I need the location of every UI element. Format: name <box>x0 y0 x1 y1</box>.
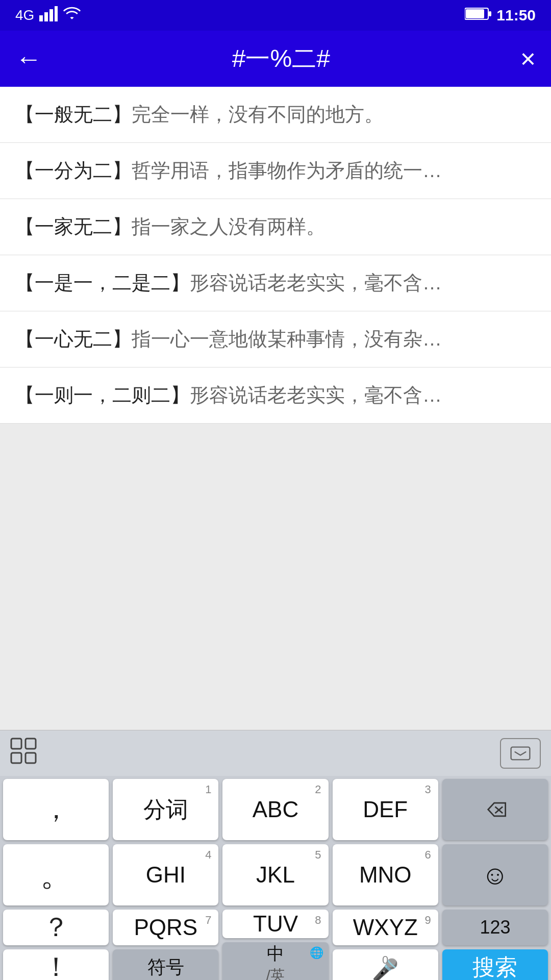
back-button[interactable]: ← <box>15 43 42 74</box>
idiom-key-4: 【一心无二】 <box>15 328 132 350</box>
key-zero-mic[interactable]: 0 🎤 <box>333 949 438 980</box>
key-comma[interactable]: ， <box>3 779 109 840</box>
signal-icon: 4G <box>15 7 34 23</box>
battery-icon <box>465 7 491 24</box>
result-item-1[interactable]: 【一分为二】哲学用语，指事物作为矛盾的统一… <box>0 143 551 199</box>
result-item-0[interactable]: 【一般无二】完全一样，没有不同的地方。 <box>0 87 551 143</box>
idiom-desc-1: 哲学用语，指事物作为矛盾的统一… <box>132 160 442 181</box>
key-fuhao[interactable]: 符号 <box>113 949 218 980</box>
svg-marker-12 <box>488 803 506 816</box>
key-exclaim[interactable]: ！ <box>3 949 109 980</box>
svg-rect-6 <box>489 11 491 16</box>
key-wxyz[interactable]: 9 WXYZ <box>333 910 438 945</box>
status-bar: 4G 11:50 <box>0 0 551 31</box>
result-item-4[interactable]: 【一心无二】指一心一意地做某种事情，没有杂… <box>0 311 551 368</box>
time-display: 11:50 <box>496 7 536 24</box>
grid-icon[interactable] <box>10 738 37 769</box>
svg-rect-10 <box>26 753 36 763</box>
key-pqrs[interactable]: 7 PQRS <box>113 910 218 945</box>
key-zhongying[interactable]: 🌐 中/英 <box>222 942 328 980</box>
key-def[interactable]: 3 DEF <box>333 779 438 840</box>
key-emoji[interactable]: ☺ <box>442 844 548 905</box>
result-item-2[interactable]: 【一家无二】指一家之人没有两样。 <box>0 199 551 255</box>
result-item-5[interactable]: 【一则一，二则二】形容说话老老实实，毫不含… <box>0 368 551 424</box>
header: ← #一%二# × <box>0 31 551 87</box>
key-search-blue[interactable]: 搜索 <box>442 949 548 980</box>
keyboard-toolbar <box>0 730 551 776</box>
svg-rect-0 <box>39 15 43 21</box>
svg-rect-5 <box>466 9 484 18</box>
idiom-key-0: 【一般无二】 <box>15 104 132 125</box>
idiom-key-2: 【一家无二】 <box>15 216 132 237</box>
status-right: 11:50 <box>465 7 536 24</box>
svg-rect-9 <box>11 753 21 763</box>
keyboard-row-1: ， 1 分词 2 ABC 3 DEF <box>3 779 548 840</box>
network-bars-icon <box>39 6 58 25</box>
results-list: 【一般无二】完全一样，没有不同的地方。【一分为二】哲学用语，指事物作为矛盾的统一… <box>0 87 551 424</box>
keyboard-row-2: 。 4 GHI 5 JKL 6 MNO ☺ <box>3 844 548 905</box>
result-item-3[interactable]: 【一是一，二是二】形容说话老老实实，毫不含… <box>0 255 551 311</box>
key-ghi[interactable]: 4 GHI <box>113 844 218 905</box>
idiom-desc-4: 指一心一意地做某种事情，没有杂… <box>132 328 442 350</box>
status-left: 4G <box>15 6 81 25</box>
wifi-icon <box>63 6 81 25</box>
svg-rect-1 <box>44 12 48 21</box>
key-mno[interactable]: 6 MNO <box>333 844 438 905</box>
keyboard-rows-3-4: ？ ！ 7 PQRS 符号 8 TUV 🌐 中/英 9 WXYZ <box>3 910 548 980</box>
key-jkl[interactable]: 5 JKL <box>222 844 328 905</box>
idiom-desc-3: 形容说话老老实实，毫不含… <box>190 272 442 293</box>
key-question[interactable]: ？ <box>3 910 109 945</box>
idiom-desc-5: 形容说话老老实实，毫不含… <box>190 384 442 406</box>
idiom-desc-0: 完全一样，没有不同的地方。 <box>132 104 384 125</box>
key-tuv[interactable]: 8 TUV <box>222 910 328 938</box>
key-123[interactable]: 123 <box>442 910 548 945</box>
key-abc[interactable]: 2 ABC <box>222 779 328 840</box>
svg-rect-3 <box>55 6 58 21</box>
key-backspace[interactable] <box>442 779 548 840</box>
svg-rect-11 <box>511 747 530 760</box>
close-button[interactable]: × <box>520 43 536 74</box>
svg-rect-8 <box>26 739 36 749</box>
key-fenci[interactable]: 1 分词 <box>113 779 218 840</box>
svg-rect-2 <box>49 9 53 21</box>
search-title: #一%二# <box>42 42 520 75</box>
idiom-key-5: 【一则一，二则二】 <box>15 384 190 406</box>
empty-area <box>0 424 551 730</box>
svg-rect-7 <box>11 739 21 749</box>
hide-keyboard-button[interactable] <box>500 738 541 769</box>
idiom-key-3: 【一是一，二是二】 <box>15 272 190 293</box>
idiom-key-1: 【一分为二】 <box>15 160 132 181</box>
key-period[interactable]: 。 <box>3 844 109 905</box>
keyboard-rows: ， 1 分词 2 ABC 3 DEF 。 4 GHI 5 J <box>0 776 551 980</box>
idiom-desc-2: 指一家之人没有两样。 <box>132 216 325 237</box>
